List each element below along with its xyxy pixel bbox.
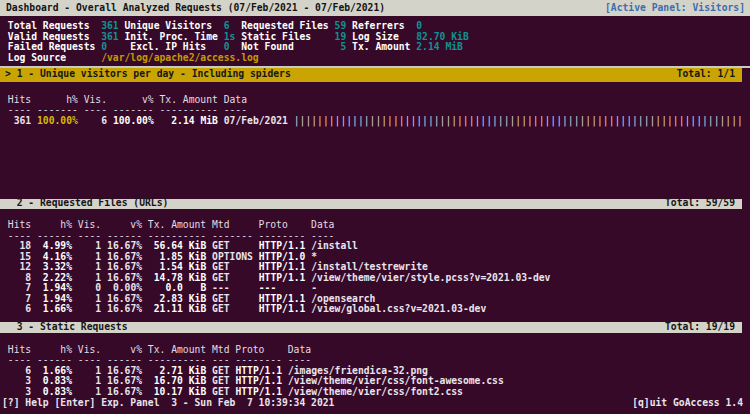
cell-hits: 6	[8, 303, 31, 314]
cell-proto: HTTP/1.1	[259, 303, 306, 314]
panel-total: Total: 19/19	[665, 322, 735, 333]
table-header-row: Hits h% Vis. v% Tx. Amount Mtd Proto Dat…	[2, 220, 750, 231]
cell-hits: 12	[8, 261, 31, 272]
cell-v: 16.67%	[107, 365, 142, 376]
cell-mtd: GET	[212, 303, 253, 314]
cell-tx-amount: 2.83 KiB	[148, 293, 206, 304]
cell-mtd: GET	[212, 365, 230, 376]
cell-vis: 1	[78, 272, 101, 283]
cell-vis: 1	[78, 261, 101, 272]
cell-h: 0.83%	[37, 375, 72, 386]
cell-tx-amount: 0.0 B	[148, 282, 206, 293]
dashboard-title: Dashboard - Overall Analyzed Requests (0…	[6, 3, 385, 14]
cell-tx-amount: 1.85 KiB	[148, 251, 206, 262]
cell-data: /view/global.css?v=2021.03-dev	[311, 303, 486, 314]
cell-h: 1.66%	[37, 365, 72, 376]
panel-header-requested-files[interactable]: 2 - Requested Files (URLs) Total: 59/59	[0, 199, 742, 210]
cell-proto: HTTP/1.0	[259, 251, 306, 262]
panel-title: > 1 - Unique visitors per day - Includin…	[5, 69, 291, 80]
summary-value: 19	[335, 31, 347, 42]
cell-h: 1.94%	[37, 293, 72, 304]
cell-mtd: GET	[212, 293, 253, 304]
cell-v: 16.67%	[107, 293, 142, 304]
status-bar: [?] Help [Enter] Exp. Panel 3 - Sun Feb …	[0, 398, 750, 409]
quit-hint[interactable]: [q]uit GoAccess 1.4	[632, 398, 743, 409]
cell-h: 3.32%	[37, 261, 72, 272]
panel-title: 3 - Static Requests	[5, 322, 127, 333]
cell-h: 1.94%	[37, 282, 72, 293]
visitors-table: Hits h% Vis. v% Tx. Amount Data ---- ---…	[2, 95, 750, 127]
cell-proto: HTTP/1.1	[235, 365, 282, 376]
cell-proto: HTTP/1.1	[235, 386, 282, 397]
summary-line: Log Source /var/log/apache2/access.log	[2, 53, 750, 64]
summary-label: Static Files	[241, 31, 329, 42]
cell-data: -	[311, 282, 317, 293]
panel-header-visitors[interactable]: > 1 - Unique visitors per day - Includin…	[0, 68, 742, 83]
cell-tx-amount: 1.54 KiB	[148, 261, 206, 272]
cell-mtd: ---	[212, 282, 253, 293]
cell-vis: 1	[78, 386, 101, 397]
cell-tx-amount: 2.14 MiB	[160, 115, 218, 126]
cell-v: 16.67%	[107, 386, 142, 397]
cell-proto: HTTP/1.1	[259, 272, 306, 283]
cell-bars: ||||||||||||||||||||||||||||||||||||||||…	[294, 115, 743, 126]
summary-label: Excl. IP Hits	[125, 41, 218, 52]
cell-v: 16.67%	[107, 240, 142, 251]
cell-data: /view/theme/vier/style.pcss?v=2021.03-de…	[311, 272, 550, 283]
table-row[interactable]: 361 100.00% 6 100.00% 2.14 MiB 07/Feb/20…	[2, 116, 750, 127]
panel-header-static-requests[interactable]: 3 - Static Requests Total: 19/19	[0, 322, 742, 333]
cell-v: 16.67%	[107, 272, 142, 283]
cell-h: 4.16%	[37, 251, 72, 262]
cell-h: 2.22%	[37, 272, 72, 283]
active-panel-indicator: [Active Panel: Visitors]	[605, 3, 745, 14]
summary-value: 82.70 KiB	[416, 31, 469, 42]
cell-data: /view/theme/vier/css/font2.css	[288, 386, 463, 397]
cell-vis: 1	[78, 251, 101, 262]
summary-log-source: /var/log/apache2/access.log	[101, 52, 258, 63]
cell-mtd: GET	[212, 386, 230, 397]
summary-label: Failed Requests	[8, 41, 96, 52]
summary-value: 0	[224, 41, 236, 52]
summary-label: Tx. Amount	[352, 41, 410, 52]
cell-v: 0.00%	[107, 282, 142, 293]
cell-vis: 6	[84, 115, 107, 126]
cell-mtd: GET	[212, 240, 253, 251]
panel-total: Total: 1/1	[677, 69, 735, 80]
summary-value: 1s	[224, 31, 236, 42]
cell-proto: HTTP/1.1	[235, 375, 282, 386]
cell-hits: 7	[8, 282, 31, 293]
cell-proto: ---	[259, 282, 306, 293]
cell-v: 16.67%	[107, 261, 142, 272]
table-row[interactable]: 6 1.66% 1 16.67% 21.11 KiB GET HTTP/1.1 …	[2, 304, 750, 315]
cell-hits: 15	[8, 251, 31, 262]
summary-value: 5	[335, 41, 347, 52]
cell-hits: 18	[8, 240, 31, 251]
summary-value: 0	[416, 20, 422, 31]
cell-data: /view/theme/vier/css/font-awesome.css	[288, 375, 504, 386]
help-hint[interactable]: [?] Help [Enter] Exp. Panel 3 - Sun Feb …	[2, 398, 334, 409]
table-row[interactable]: 3 0.83% 1 16.67% 10.17 KiB GET HTTP/1.1 …	[2, 387, 750, 398]
cell-hits: 6	[8, 365, 31, 376]
panel-total: Total: 59/59	[665, 198, 735, 209]
cell-vis: 1	[78, 293, 101, 304]
cell-data: 07/Feb/2021	[224, 115, 288, 126]
cell-tx-amount: 56.64 KiB	[148, 240, 206, 251]
cell-v: 16.67%	[107, 251, 142, 262]
cell-tx-amount: 10.17 KiB	[148, 386, 206, 397]
summary-value: 6	[224, 20, 236, 31]
cell-hits: 361	[8, 115, 31, 126]
cell-vis: 0	[78, 282, 101, 293]
summary-label: Log Source	[8, 52, 96, 63]
summary-label: Init. Proc. Time	[125, 31, 218, 42]
cell-h: 4.99%	[37, 240, 72, 251]
summary-value: 59	[335, 20, 347, 31]
cell-vis: 1	[78, 375, 101, 386]
cell-hits: 3	[8, 375, 31, 386]
summary-label: Not Found	[241, 41, 329, 52]
cell-tx-amount: 2.71 KiB	[148, 365, 206, 376]
cell-hits: 8	[8, 272, 31, 283]
summary: Total Requests 361 Unique Visitors 6 Req…	[2, 21, 750, 63]
cell-tx-amount: 16.70 KiB	[148, 375, 206, 386]
topbar: Dashboard - Overall Analyzed Requests (0…	[0, 0, 750, 16]
cell-data: /install/testrewrite	[311, 261, 428, 272]
